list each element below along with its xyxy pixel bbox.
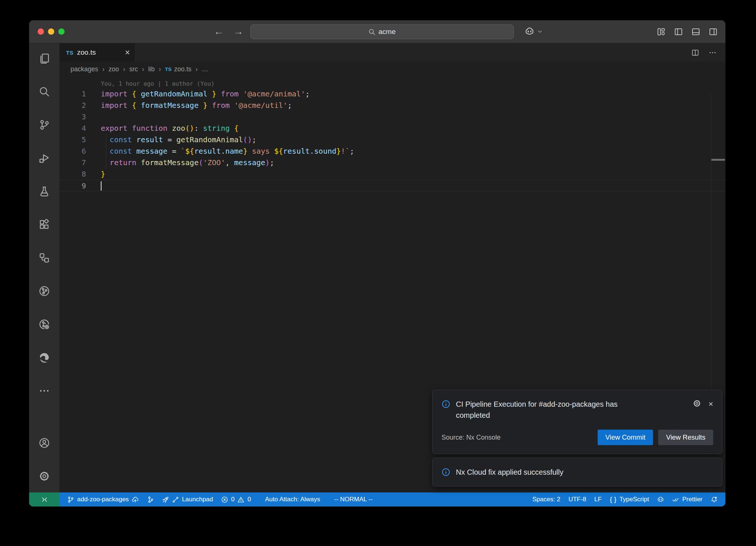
edge-icon [39, 352, 50, 363]
split-editor-icon [691, 49, 699, 57]
gear-icon [693, 399, 701, 407]
brackets-icon: { } [610, 495, 616, 504]
notification-toast: Nx Cloud fix applied successfully [432, 458, 722, 487]
activity-bar-item-search[interactable] [39, 86, 50, 100]
activity-bar-item-extensions[interactable] [39, 219, 50, 233]
code-line-content: const message = `${result.name} says ${r… [101, 146, 354, 157]
layout-controls [657, 20, 718, 43]
activity-bar-item-explorer[interactable] [39, 53, 50, 66]
status-item-gitlens-launchpad[interactable]: Launchpad [158, 492, 217, 506]
breadcrumb-item-src[interactable]: src [129, 65, 138, 73]
back-button[interactable]: ← [214, 26, 224, 37]
activity-bar-item-additional-views[interactable] [39, 385, 50, 399]
breadcrumb-item-packages[interactable]: packages [71, 65, 98, 73]
line-number: 7 [59, 157, 86, 168]
copilot-icon [657, 496, 664, 503]
code-line: 5 const result = getRandomAnimal(); [59, 134, 725, 146]
activity-bar-item-manage[interactable] [39, 471, 50, 484]
notification-footer: Source: Nx ConsoleView CommitView Result… [441, 430, 713, 445]
status-item-scm-graph[interactable] [143, 492, 158, 506]
gitlens-blame-annotation: You, 1 hour ago | 1 author (You) [101, 80, 725, 87]
gitlens-icon [39, 286, 50, 297]
line-number: 2 [59, 100, 86, 111]
status-item-notifications-bell[interactable] [707, 492, 722, 506]
customize-layout-icon [657, 27, 666, 36]
status-item-language-mode[interactable]: { }TypeScript [606, 492, 653, 506]
more-actions-button[interactable] [709, 49, 717, 57]
double-check-icon [672, 496, 679, 503]
activity-bar [29, 43, 59, 492]
notification-message: CI Pipeline Execution for #add-zoo-packa… [456, 399, 644, 421]
layout-sidebar-right-icon [709, 27, 718, 36]
close-button[interactable] [38, 28, 44, 35]
status-item-eol[interactable]: LF [590, 492, 606, 506]
activity-bar-item-gitlens[interactable] [39, 286, 50, 299]
activity-bar-item-edge-devtools[interactable] [39, 352, 50, 366]
title-bar: ←→ acme [29, 20, 725, 43]
minimize-button[interactable] [48, 28, 54, 35]
activity-bar-item-testing[interactable] [39, 186, 50, 199]
status-item-auto-attach[interactable]: Auto Attach: Always [261, 492, 324, 506]
notification-actions: View CommitView Results [598, 430, 713, 445]
code-line: 6 const message = `${result.name} says $… [59, 146, 725, 157]
status-item-copilot-status[interactable] [653, 492, 668, 506]
toggle-panel-button[interactable] [691, 27, 700, 36]
status-item-encoding[interactable]: UTF-8 [564, 492, 590, 506]
customize-layout-button[interactable] [657, 27, 666, 36]
text-cursor [101, 181, 102, 191]
typescript-file-icon: TS [165, 66, 172, 72]
chevron-down-icon [537, 29, 543, 34]
notification-settings-button[interactable] [693, 399, 701, 409]
command-center[interactable]: acme [250, 24, 514, 39]
activity-bar-item-run-and-debug[interactable] [39, 153, 50, 166]
activity-bar-item-source-control[interactable] [39, 119, 50, 133]
notification-toasts: CI Pipeline Execution for #add-zoo-packa… [432, 390, 722, 487]
tab-bar: TS zoo.ts × [59, 43, 725, 62]
view-commit-button[interactable]: View Commit [598, 430, 653, 445]
code-line: 4export function zoo(): string { [59, 123, 725, 134]
notification-message: Nx Cloud fix applied successfully [456, 467, 644, 478]
code-line: 2import { formatMessage } from '@acme/ut… [59, 100, 725, 111]
status-item-indentation[interactable]: Spaces: 2 [528, 492, 564, 506]
account-icon [39, 437, 50, 448]
remote-indicator[interactable] [29, 492, 59, 506]
debug-icon [39, 153, 50, 164]
toggle-primary-sidebar-button[interactable] [674, 27, 683, 36]
breadcrumb-separator: › [196, 65, 198, 73]
copilot-menu-button[interactable] [525, 20, 543, 43]
breadcrumb-separator: › [102, 65, 104, 73]
notification-header: CI Pipeline Execution for #add-zoo-packa… [441, 399, 713, 421]
code-line-content: return formatMessage('ZOO', message); [101, 157, 274, 168]
status-item-git-branch[interactable]: add-zoo-packages [63, 492, 143, 506]
activity-bar-item-nx-console[interactable] [39, 252, 50, 266]
split-editor-button[interactable] [691, 49, 699, 57]
toggle-secondary-sidebar-button[interactable] [709, 27, 718, 36]
forward-button[interactable]: → [233, 26, 243, 37]
files-icon [39, 53, 50, 64]
code-line: 3 [59, 111, 725, 123]
notification-close-button[interactable]: × [708, 399, 713, 409]
breadcrumb-separator: › [159, 65, 161, 73]
breadcrumb-item-[interactable]: … [202, 65, 209, 73]
breadcrumb-separator: › [123, 65, 125, 73]
status-bar: add-zoo-packagesLaunchpad00Auto Attach: … [29, 492, 725, 506]
line-number: 4 [59, 123, 86, 134]
vscode-window: ←→ acme TS zoo.ts × package [29, 20, 726, 507]
info-icon [441, 400, 450, 409]
zoom-button[interactable] [58, 28, 65, 35]
breadcrumb-item-zoots[interactable]: TSzoo.ts [165, 65, 192, 73]
breadcrumb-item-zoo[interactable]: zoo [109, 65, 119, 73]
activity-bar-item-gitlens-inspect[interactable] [39, 319, 50, 332]
status-item-vim-mode[interactable]: -- NORMAL -- [330, 492, 377, 506]
line-number: 8 [59, 168, 86, 180]
activity-bar-item-accounts[interactable] [39, 437, 50, 451]
view-results-button[interactable]: View Results [658, 430, 713, 445]
tab-label: zoo.ts [77, 48, 96, 57]
code-line-content: } [101, 168, 105, 180]
notification-source: Source: Nx Console [441, 434, 501, 441]
status-item-problems[interactable]: 00 [217, 492, 255, 506]
status-item-formatter[interactable]: Prettier [668, 492, 707, 506]
tab-close-icon[interactable]: × [125, 48, 130, 57]
breadcrumb-item-lib[interactable]: lib [148, 65, 155, 73]
tab-zoo-ts[interactable]: TS zoo.ts × [59, 43, 135, 62]
